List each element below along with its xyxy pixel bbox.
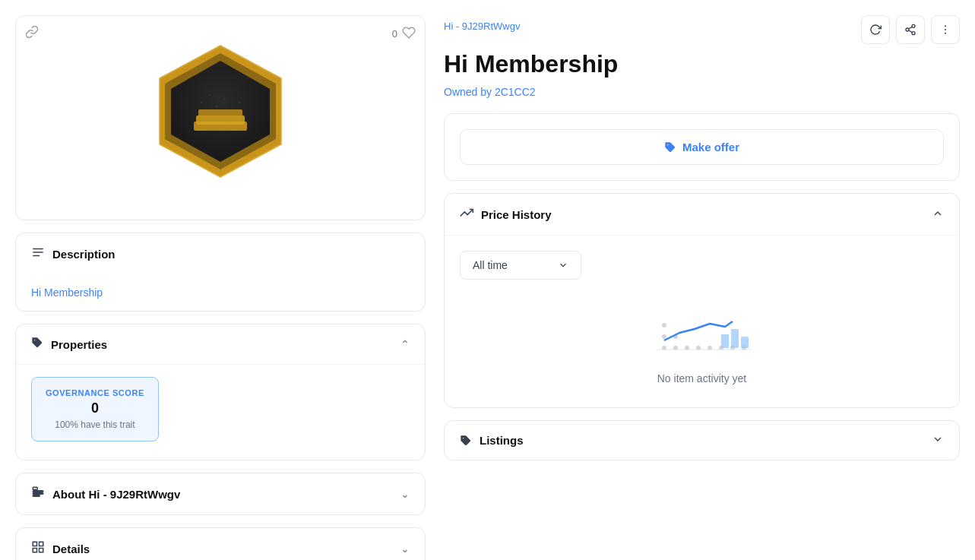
svg-rect-22 <box>33 491 43 492</box>
make-offer-button[interactable]: Make offer <box>460 129 944 165</box>
all-time-value: All time <box>473 259 508 271</box>
svg-rect-28 <box>40 549 43 552</box>
like-count-area: 0 <box>392 26 416 42</box>
make-offer-tag-icon <box>664 141 676 153</box>
svg-rect-15 <box>198 109 242 119</box>
property-card-label: GOVERNANCE SCORE <box>46 388 144 397</box>
svg-point-4 <box>208 94 211 96</box>
price-history-label: Price History <box>481 208 552 221</box>
refresh-button[interactable] <box>861 15 890 44</box>
listings-card: Listings <box>444 420 960 460</box>
svg-rect-26 <box>40 542 43 546</box>
svg-point-5 <box>216 106 218 108</box>
no-activity-container: No item activity yet <box>460 280 944 392</box>
nft-image-card: 0 <box>15 15 426 220</box>
heart-icon[interactable] <box>402 26 416 42</box>
top-actions <box>861 15 960 44</box>
listings-chevron-icon <box>932 433 944 448</box>
owned-by: Owned by 2C1CC2 <box>444 86 960 98</box>
svg-point-6 <box>223 98 226 100</box>
link-icon[interactable] <box>25 25 39 42</box>
svg-point-34 <box>945 25 946 27</box>
description-label: Description <box>52 248 116 261</box>
svg-rect-21 <box>33 487 37 489</box>
price-history-card: Price History All time <box>444 193 960 408</box>
svg-point-8 <box>239 102 241 104</box>
details-section: Details ⌄ <box>15 527 426 560</box>
top-action-bar: Hi - 9J29RtWwgv <box>444 15 960 44</box>
svg-rect-24 <box>33 495 40 497</box>
svg-rect-50 <box>731 329 739 348</box>
about-label: About Hi - 9J29RtWwgv <box>52 488 180 501</box>
nft-artwork <box>141 34 300 201</box>
svg-rect-51 <box>741 337 749 348</box>
details-header[interactable]: Details ⌄ <box>16 528 425 560</box>
description-text-part1: Hi <box>31 286 41 299</box>
about-section: About Hi - 9J29RtWwgv ⌄ <box>15 473 426 515</box>
svg-point-35 <box>945 29 946 30</box>
about-icon <box>31 486 45 502</box>
like-count: 0 <box>392 28 397 40</box>
dropdown-chevron-icon <box>558 260 568 271</box>
left-panel: 0 <box>15 15 426 560</box>
make-offer-label: Make offer <box>682 141 739 153</box>
svg-line-32 <box>909 30 913 33</box>
svg-point-46 <box>662 334 666 339</box>
about-header[interactable]: About Hi - 9J29RtWwgv ⌄ <box>16 473 425 514</box>
svg-rect-23 <box>33 493 43 495</box>
price-history-body: All time <box>445 236 959 407</box>
svg-point-3 <box>201 102 203 104</box>
nft-title: Hi Membership <box>444 50 960 78</box>
details-icon <box>31 540 45 557</box>
properties-label: Properties <box>51 338 107 351</box>
listings-header[interactable]: Listings <box>445 421 959 460</box>
right-panel: Hi - 9J29RtWwgv <box>444 15 960 560</box>
svg-point-48 <box>662 323 666 327</box>
listings-label: Listings <box>480 434 524 447</box>
about-chevron-icon: ⌄ <box>400 488 410 500</box>
tag-properties-icon <box>31 337 43 352</box>
svg-point-30 <box>906 28 909 31</box>
svg-rect-25 <box>33 542 36 546</box>
property-card-governance: GOVERNANCE SCORE 0 100% have this trait <box>31 377 159 441</box>
details-chevron-icon: ⌄ <box>400 543 410 555</box>
share-button[interactable] <box>896 15 925 44</box>
price-history-chevron-icon <box>932 207 944 222</box>
svg-line-33 <box>909 27 913 29</box>
properties-section: Properties ⌃ GOVERNANCE SCORE 0 100% hav… <box>15 324 426 460</box>
svg-point-36 <box>945 33 946 34</box>
property-card-rarity: 100% have this trait <box>55 419 135 430</box>
description-header[interactable]: Description <box>16 233 425 274</box>
empty-chart-illustration <box>649 295 755 363</box>
description-body: Hi Membership <box>16 274 425 311</box>
svg-point-29 <box>912 24 915 27</box>
listings-tag-icon <box>460 435 472 447</box>
description-section: Description Hi Membership <box>15 233 426 312</box>
svg-point-31 <box>912 32 915 35</box>
property-card-value: 0 <box>91 400 99 416</box>
svg-rect-49 <box>721 334 729 348</box>
price-history-header[interactable]: Price History <box>445 194 959 236</box>
properties-header[interactable]: Properties ⌃ <box>16 324 425 364</box>
description-icon <box>31 245 45 262</box>
svg-rect-27 <box>33 549 36 552</box>
all-time-dropdown[interactable]: All time <box>460 251 581 280</box>
make-offer-card: Make offer <box>444 113 960 181</box>
no-activity-text: No item activity yet <box>657 372 746 384</box>
properties-chevron-icon: ⌃ <box>400 338 410 350</box>
details-label: Details <box>52 543 90 555</box>
properties-body: GOVERNANCE SCORE 0 100% have this trait <box>16 364 425 460</box>
owned-by-label: Owned by <box>444 86 492 98</box>
trend-up-icon <box>460 206 473 223</box>
more-options-button[interactable] <box>931 15 960 44</box>
breadcrumb: Hi - 9J29RtWwgv <box>444 21 520 32</box>
owner-address: 2C1CC2 <box>495 86 536 98</box>
description-text-part2: Membership <box>41 286 103 299</box>
